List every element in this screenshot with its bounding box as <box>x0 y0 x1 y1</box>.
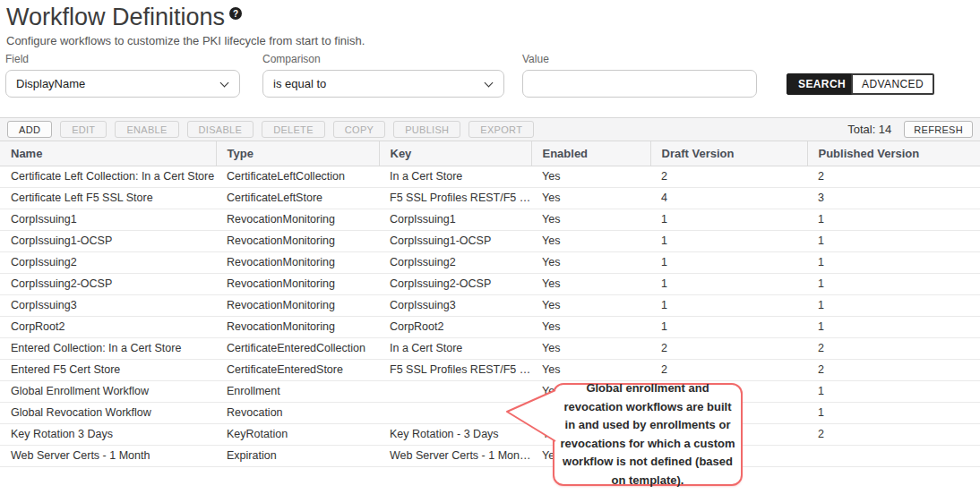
cell-published-version: 1 <box>807 316 980 337</box>
cell-enabled: Yes <box>531 359 650 380</box>
table-row[interactable]: Entered Collection: In a Cert StoreCerti… <box>0 337 980 359</box>
column-header-published-version[interactable]: Published Version <box>807 141 980 166</box>
column-header-type[interactable]: Type <box>216 141 379 166</box>
cell-published-version: 2 <box>807 166 980 187</box>
table-row[interactable]: Certificate Left F5 SSL StoreCertificate… <box>0 187 980 209</box>
field-select[interactable]: DisplayName <box>5 70 240 98</box>
table-row[interactable]: Entered F5 Cert StoreCertificateEnteredS… <box>0 359 980 380</box>
cell-name: Global Revocation Workflow <box>0 402 216 423</box>
cell-draft-version: 1 <box>650 230 807 251</box>
cell-enabled: Yes <box>531 294 650 316</box>
cell-name: CorpRoot2 <box>0 316 216 337</box>
table-row[interactable]: CorpIssuing2RevocationMonitoringCorpIssu… <box>0 251 980 273</box>
help-icon[interactable]: ? <box>229 7 242 20</box>
toolbar-button-group: ADDEDITENABLEDISABLEDELETECOPYPUBLISHEXP… <box>7 121 542 139</box>
cell-enabled: Yes <box>531 187 650 209</box>
cell-type: RevocationMonitoring <box>216 209 379 230</box>
cell-draft-version: 2 <box>650 337 807 359</box>
cell-type: Revocation <box>216 402 379 423</box>
cell-draft-version: 1 <box>650 316 807 337</box>
column-header-draft-version[interactable]: Draft Version <box>650 141 807 166</box>
grid-toolbar: ADDEDITENABLEDISABLEDELETECOPYPUBLISHEXP… <box>0 117 980 141</box>
cell-key: CorpRoot2 <box>379 316 531 337</box>
cell-published-version: 1 <box>807 230 980 251</box>
chevron-down-icon <box>220 79 229 88</box>
advanced-button[interactable]: ADVANCED <box>851 73 934 95</box>
cell-name: Web Server Certs - 1 Month <box>0 445 216 466</box>
cell-name: Entered F5 Cert Store <box>0 359 216 380</box>
table-body: Certificate Left Collection: In a Cert S… <box>0 166 980 466</box>
table-row[interactable]: Global Revocation WorkflowRevocationYes1 <box>0 402 980 423</box>
cell-enabled: Yes <box>531 209 650 230</box>
cell-published-version <box>807 445 980 466</box>
chevron-down-icon <box>485 79 494 88</box>
column-header-name[interactable]: Name <box>0 141 216 166</box>
annotation-callout: Global enrollment and revocation workflo… <box>553 383 743 486</box>
column-header-enabled[interactable]: Enabled <box>531 141 650 166</box>
table-row[interactable]: CorpIssuing1RevocationMonitoringCorpIssu… <box>0 209 980 230</box>
toolbar-button-publish: PUBLISH <box>393 121 460 138</box>
cell-name: CorpIssuing1 <box>0 209 216 230</box>
total-count: Total: 14 <box>847 123 891 136</box>
page-subtitle: Configure workflows to customize the PKI… <box>6 34 980 47</box>
toolbar-button-add[interactable]: ADD <box>7 121 52 138</box>
cell-key: Web Server Certs - 1 Month … <box>379 445 531 466</box>
cell-key: CorpIssuing2-OCSP <box>379 273 531 294</box>
value-label: Value <box>522 53 757 65</box>
table-row[interactable]: Key Rotation 3 DaysKeyRotationKey Rotati… <box>0 423 980 445</box>
cell-key: CorpIssuing1 <box>379 209 531 230</box>
cell-type: RevocationMonitoring <box>216 316 379 337</box>
table-row[interactable]: CorpIssuing3RevocationMonitoringCorpIssu… <box>0 294 980 316</box>
table-row[interactable]: Global Enrollment WorkflowEnrollmentYes1 <box>0 380 980 402</box>
refresh-button[interactable]: REFRESH <box>904 121 973 138</box>
workflow-table: Name Type Key Enabled Draft Version Publ… <box>0 141 980 467</box>
cell-name: CorpIssuing2-OCSP <box>0 273 216 294</box>
cell-published-version: 2 <box>807 359 980 380</box>
cell-type: Enrollment <box>216 380 379 402</box>
cell-enabled: Yes <box>531 230 650 251</box>
cell-published-version: 1 <box>807 251 980 273</box>
cell-type: RevocationMonitoring <box>216 294 379 316</box>
cell-type: RevocationMonitoring <box>216 251 379 273</box>
toolbar-button-delete: DELETE <box>262 121 325 138</box>
table-row[interactable]: CorpIssuing1-OCSPRevocationMonitoringCor… <box>0 230 980 251</box>
cell-type: CertificateEnteredStore <box>216 359 379 380</box>
cell-draft-version: 2 <box>650 359 807 380</box>
cell-draft-version: 1 <box>650 273 807 294</box>
table-row[interactable]: CorpIssuing2-OCSPRevocationMonitoringCor… <box>0 273 980 294</box>
field-select-value: DisplayName <box>16 77 85 90</box>
cell-type: CertificateLeftStore <box>216 187 379 209</box>
cell-type: CertificateEnteredCollection <box>216 337 379 359</box>
cell-enabled: Yes <box>531 316 650 337</box>
table-row[interactable]: Web Server Certs - 1 MonthExpirationWeb … <box>0 445 980 466</box>
toolbar-button-disable: DISABLE <box>187 121 254 138</box>
comparison-label: Comparison <box>262 53 504 65</box>
cell-published-version: 1 <box>807 294 980 316</box>
search-form: Field DisplayName Comparison is equal to… <box>0 53 980 110</box>
cell-key: CorpIssuing2 <box>379 251 531 273</box>
cell-name: Key Rotation 3 Days <box>0 423 216 445</box>
comparison-select[interactable]: is equal to <box>262 70 504 98</box>
value-input[interactable] <box>522 70 757 98</box>
column-header-key[interactable]: Key <box>379 141 531 166</box>
callout-text: Global enrollment and revocation workflo… <box>560 379 735 490</box>
cell-type: RevocationMonitoring <box>216 273 379 294</box>
toolbar-button-edit: EDIT <box>60 121 107 138</box>
cell-type: RevocationMonitoring <box>216 230 379 251</box>
cell-name: Global Enrollment Workflow <box>0 380 216 402</box>
table-row[interactable]: CorpRoot2RevocationMonitoringCorpRoot2Ye… <box>0 316 980 337</box>
cell-draft-version: 1 <box>650 251 807 273</box>
cell-enabled: Yes <box>531 251 650 273</box>
comparison-select-value: is equal to <box>273 77 326 90</box>
table-header: Name Type Key Enabled Draft Version Publ… <box>0 141 980 166</box>
table-row[interactable]: Certificate Left Collection: In a Cert S… <box>0 166 980 187</box>
cell-published-version: 1 <box>807 209 980 230</box>
search-button[interactable]: SEARCH <box>787 73 857 95</box>
toolbar-button-copy: COPY <box>333 121 385 138</box>
toolbar-button-export: EXPORT <box>469 121 534 138</box>
cell-name: Entered Collection: In a Cert Store <box>0 337 216 359</box>
cell-draft-version: 1 <box>650 294 807 316</box>
cell-enabled: Yes <box>531 166 650 187</box>
cell-key: F5 SSL Profiles REST/F5 SSL <box>379 359 531 380</box>
field-label: Field <box>5 53 240 65</box>
